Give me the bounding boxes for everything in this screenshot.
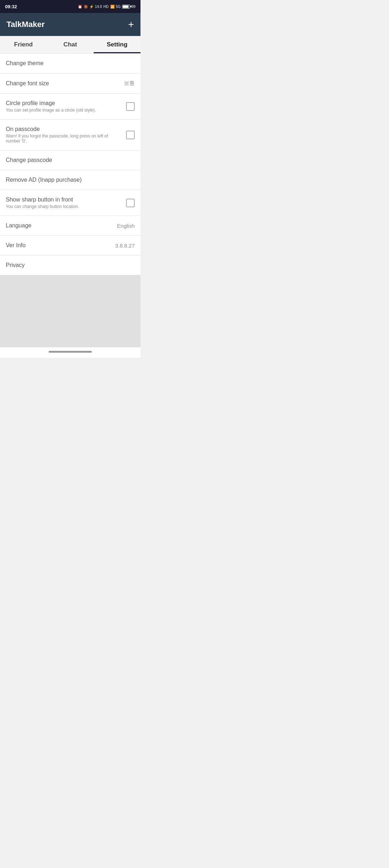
settings-item-privacy[interactable]: Privacy <box>0 256 140 275</box>
settings-item-title: Show sharp button in front <box>6 196 122 203</box>
settings-item-title: Circle profile image <box>6 100 122 107</box>
settings-item-remove-ad[interactable]: Remove AD (Inapp purchase) <box>0 170 140 190</box>
settings-item-language[interactable]: Language English <box>0 216 140 236</box>
ver-info-value: 3.8.8.27 <box>115 243 135 249</box>
status-icons: ⏰ 🔕 ⚡ 14.0 HD 📶 5G 99 <box>78 5 135 9</box>
tab-friend[interactable]: Friend <box>0 36 47 53</box>
battery-level: 99 <box>131 5 135 9</box>
font-size-value: 보통 <box>124 80 135 87</box>
bluetooth-icon: ⚡ <box>89 5 94 9</box>
settings-item-subtitle: You can change sharp button location. <box>6 204 122 209</box>
settings-item-subtitle: Warn! if you forgot the passcode, long p… <box>6 134 122 144</box>
alarm-icon: ⏰ <box>78 5 82 9</box>
language-value: English <box>117 223 135 229</box>
passcode-checkbox[interactable] <box>126 131 135 139</box>
status-bar: 09:32 ⏰ 🔕 ⚡ 14.0 HD 📶 5G 99 <box>0 0 140 13</box>
signal-icon: 5G <box>116 5 121 9</box>
settings-item-title: Change passcode <box>6 157 135 163</box>
settings-item-change-font-size[interactable]: Change font size 보통 <box>0 73 140 94</box>
home-indicator-bar <box>0 347 140 358</box>
bottom-gray-area <box>0 275 140 347</box>
settings-item-change-theme[interactable]: Change theme <box>0 54 140 73</box>
settings-item-subtitle: You can set profile image as a circle (o… <box>6 108 122 113</box>
settings-list: Change theme Change font size 보통 Circle … <box>0 54 140 275</box>
settings-item-title: Ver Info <box>6 242 112 249</box>
settings-item-title: Change font size <box>6 80 120 87</box>
mute-icon: 🔕 <box>84 5 88 9</box>
wifi-icon: 📶 <box>110 5 115 9</box>
data-speed: 14.0 <box>95 5 102 9</box>
settings-item-title: Language <box>6 222 113 229</box>
tab-setting[interactable]: Setting <box>94 36 140 53</box>
settings-item-title: On passcode <box>6 126 122 132</box>
tab-chat[interactable]: Chat <box>47 36 94 53</box>
settings-item-on-passcode[interactable]: On passcode Warn! if you forgot the pass… <box>0 119 140 150</box>
settings-item-title: Change theme <box>6 60 135 67</box>
settings-item-title: Remove AD (Inapp purchase) <box>6 177 135 183</box>
app-title: TalkMaker <box>6 20 45 29</box>
settings-item-circle-profile[interactable]: Circle profile image You can set profile… <box>0 94 140 119</box>
status-time: 09:32 <box>5 4 17 9</box>
settings-item-ver-info[interactable]: Ver Info 3.8.8.27 <box>0 236 140 256</box>
settings-item-sharp-button[interactable]: Show sharp button in front You can chang… <box>0 190 140 216</box>
hd-icon: HD <box>103 5 108 9</box>
app-header: TalkMaker + <box>0 13 140 36</box>
tab-bar: Friend Chat Setting <box>0 36 140 54</box>
home-indicator <box>49 351 92 353</box>
settings-item-change-passcode[interactable]: Change passcode <box>0 150 140 170</box>
add-button[interactable]: + <box>128 19 134 30</box>
settings-item-title: Privacy <box>6 262 135 268</box>
circle-profile-checkbox[interactable] <box>126 102 135 111</box>
battery-icon <box>122 5 130 9</box>
sharp-button-checkbox[interactable] <box>126 199 135 207</box>
battery-fill <box>123 5 129 8</box>
